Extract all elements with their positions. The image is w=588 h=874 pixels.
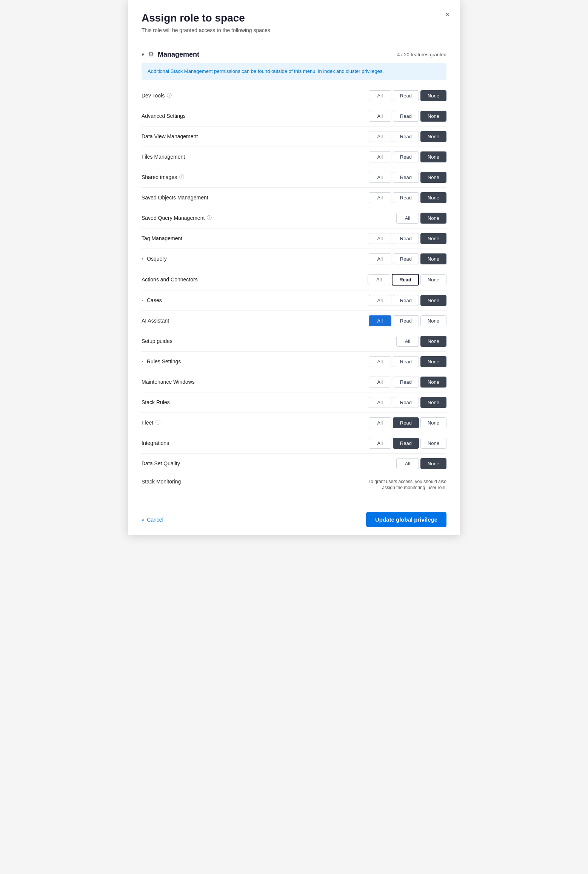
modal-footer: × Cancel Update global privilege bbox=[128, 504, 460, 535]
all-button[interactable]: All bbox=[369, 295, 391, 306]
all-button[interactable]: All bbox=[369, 172, 391, 183]
read-button[interactable]: Read bbox=[393, 151, 419, 162]
all-button[interactable]: All bbox=[369, 131, 391, 142]
none-button[interactable]: None bbox=[420, 438, 446, 449]
info-icon[interactable]: ⓘ bbox=[179, 174, 184, 181]
all-button[interactable]: All bbox=[369, 417, 391, 428]
all-button[interactable]: All bbox=[369, 192, 391, 203]
expand-chevron-icon[interactable]: › bbox=[142, 359, 143, 364]
feature-label: Actions and Connectors bbox=[142, 276, 198, 283]
none-button[interactable]: None bbox=[420, 397, 446, 408]
none-button[interactable]: None bbox=[420, 295, 446, 306]
permission-btn-group: AllReadNone bbox=[369, 397, 446, 408]
modal-title: Assign role to space bbox=[142, 12, 446, 24]
feature-row: FleetⓘAllReadNone bbox=[142, 414, 446, 432]
feature-row: Stack RulesAllReadNone bbox=[142, 393, 446, 412]
read-button[interactable]: Read bbox=[393, 315, 419, 326]
feature-row: ›Rules SettingsAllReadNone bbox=[142, 352, 446, 371]
none-button[interactable]: None bbox=[420, 356, 446, 367]
none-button[interactable]: None bbox=[420, 336, 446, 347]
feature-label: Integrations bbox=[142, 440, 169, 446]
none-button[interactable]: None bbox=[420, 417, 446, 428]
all-button[interactable]: All bbox=[368, 274, 390, 285]
all-button[interactable]: All bbox=[369, 233, 391, 244]
all-button[interactable]: All bbox=[396, 336, 419, 347]
none-button[interactable]: None bbox=[420, 253, 446, 264]
section-title: Management bbox=[158, 51, 199, 59]
read-button[interactable]: Read bbox=[393, 131, 419, 142]
modal-header: Assign role to space This role will be g… bbox=[128, 0, 460, 41]
feature-label: Saved Objects Management bbox=[142, 195, 208, 201]
read-button[interactable]: Read bbox=[393, 356, 419, 367]
none-button[interactable]: None bbox=[420, 274, 446, 285]
read-button[interactable]: Read bbox=[393, 90, 419, 101]
none-button[interactable]: None bbox=[420, 315, 446, 326]
permission-btn-group: AllReadNone bbox=[369, 253, 446, 264]
feature-label: Files Management bbox=[142, 154, 185, 160]
none-button[interactable]: None bbox=[420, 111, 446, 122]
read-button[interactable]: Read bbox=[393, 438, 419, 449]
all-button[interactable]: All bbox=[369, 253, 391, 264]
all-button[interactable]: All bbox=[369, 356, 391, 367]
none-button[interactable]: None bbox=[420, 131, 446, 142]
none-button[interactable]: None bbox=[420, 458, 446, 469]
all-button[interactable]: All bbox=[369, 151, 391, 162]
feature-label: Dev Toolsⓘ bbox=[142, 92, 172, 99]
all-button[interactable]: All bbox=[369, 90, 391, 101]
all-button[interactable]: All bbox=[369, 377, 391, 388]
cancel-label: Cancel bbox=[147, 517, 163, 523]
read-button[interactable]: Read bbox=[392, 274, 419, 286]
read-button[interactable]: Read bbox=[393, 397, 419, 408]
feature-row: Files ManagementAllReadNone bbox=[142, 148, 446, 166]
expand-chevron-icon[interactable]: › bbox=[142, 256, 143, 261]
feature-label: Fleetⓘ bbox=[142, 419, 160, 426]
feature-row: Shared imagesⓘAllReadNone bbox=[142, 168, 446, 187]
read-button[interactable]: Read bbox=[393, 295, 419, 306]
info-icon[interactable]: ⓘ bbox=[155, 419, 160, 426]
update-privilege-button[interactable]: Update global privilege bbox=[366, 512, 446, 527]
permission-btn-group: AllNone bbox=[396, 336, 446, 347]
read-button[interactable]: Read bbox=[393, 417, 419, 428]
none-button[interactable]: None bbox=[420, 233, 446, 244]
expand-chevron-icon[interactable]: › bbox=[142, 298, 143, 303]
permission-btn-group: AllNone bbox=[396, 458, 446, 469]
read-button[interactable]: Read bbox=[393, 111, 419, 122]
all-button[interactable]: All bbox=[369, 438, 391, 449]
none-button[interactable]: None bbox=[420, 151, 446, 162]
feature-label: Saved Query Managementⓘ bbox=[142, 215, 212, 221]
feature-label: Data View Management bbox=[142, 133, 198, 139]
none-button[interactable]: None bbox=[420, 90, 446, 101]
none-button[interactable]: None bbox=[420, 172, 446, 183]
feature-row: Maintenance WindowsAllReadNone bbox=[142, 373, 446, 391]
read-button[interactable]: Read bbox=[393, 192, 419, 203]
permission-btn-group: AllNone bbox=[396, 213, 446, 224]
read-button[interactable]: Read bbox=[393, 377, 419, 388]
all-button[interactable]: All bbox=[369, 315, 391, 326]
read-button[interactable]: Read bbox=[393, 233, 419, 244]
read-button[interactable]: Read bbox=[393, 253, 419, 264]
gear-icon: ⚙ bbox=[148, 50, 154, 59]
all-button[interactable]: All bbox=[369, 111, 391, 122]
feature-label: Setup guides bbox=[142, 338, 172, 344]
assign-role-modal: Assign role to space This role will be g… bbox=[128, 0, 460, 535]
section-header-left: ▾ ⚙ Management bbox=[142, 50, 199, 59]
stack-monitoring-tooltip: To grant users access, you should also a… bbox=[363, 479, 446, 491]
none-button[interactable]: None bbox=[420, 377, 446, 388]
info-icon[interactable]: ⓘ bbox=[207, 215, 212, 221]
all-button[interactable]: All bbox=[369, 397, 391, 408]
read-button[interactable]: Read bbox=[393, 172, 419, 183]
modal-body: ▾ ⚙ Management 4 / 20 features granted A… bbox=[128, 41, 460, 504]
collapse-icon[interactable]: ▾ bbox=[142, 51, 144, 57]
info-banner: Additional Stack Management permissions … bbox=[142, 63, 446, 80]
none-button[interactable]: None bbox=[420, 213, 446, 224]
none-button[interactable]: None bbox=[420, 192, 446, 203]
all-button[interactable]: All bbox=[396, 458, 419, 469]
close-button[interactable]: × bbox=[445, 11, 449, 18]
info-icon[interactable]: ⓘ bbox=[167, 92, 172, 99]
feature-row: ›CasesAllReadNone bbox=[142, 291, 446, 310]
features-granted-count: 4 / 20 features granted bbox=[397, 52, 446, 57]
cancel-button[interactable]: × Cancel bbox=[142, 517, 163, 523]
management-section-header: ▾ ⚙ Management 4 / 20 features granted bbox=[142, 50, 446, 59]
all-button[interactable]: All bbox=[396, 213, 419, 224]
stack-monitoring-row: Stack Monitoring To grant users access, … bbox=[142, 475, 446, 495]
